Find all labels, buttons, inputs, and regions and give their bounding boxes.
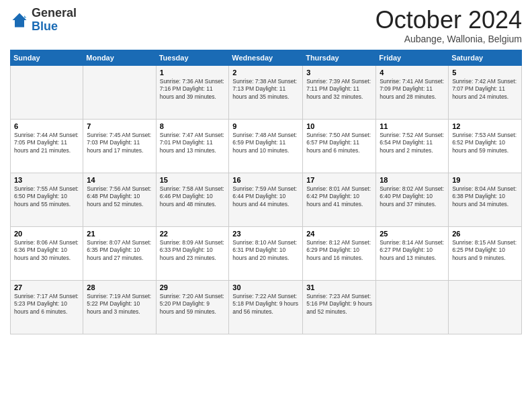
column-header-friday: Friday: [376, 50, 449, 65]
day-number: 1: [160, 68, 226, 77]
calendar-week-5: 27Sunrise: 7:17 AM Sunset: 5:23 PM Dayli…: [11, 280, 522, 334]
column-header-thursday: Thursday: [303, 50, 376, 65]
calendar-cell: [11, 65, 83, 119]
calendar-cell: 5Sunrise: 7:42 AM Sunset: 7:07 PM Daylig…: [449, 65, 522, 119]
day-number: 20: [14, 230, 79, 238]
calendar-table: SundayMondayTuesdayWednesdayThursdayFrid…: [10, 50, 522, 334]
day-info: Sunrise: 7:56 AM Sunset: 6:48 PM Dayligh…: [87, 185, 152, 208]
calendar-cell: 7Sunrise: 7:45 AM Sunset: 7:03 PM Daylig…: [83, 119, 156, 173]
day-info: Sunrise: 7:17 AM Sunset: 5:23 PM Dayligh…: [14, 293, 79, 316]
calendar-cell: 3Sunrise: 7:39 AM Sunset: 7:11 PM Daylig…: [303, 65, 376, 119]
calendar-cell: 31Sunrise: 7:23 AM Sunset: 5:16 PM Dayli…: [303, 280, 376, 334]
header: General Blue October 2024 Aubange, Wallo…: [10, 7, 522, 44]
calendar-cell: 18Sunrise: 8:02 AM Sunset: 6:40 PM Dayli…: [376, 173, 449, 226]
calendar-cell: 12Sunrise: 7:53 AM Sunset: 6:52 PM Dayli…: [449, 119, 522, 173]
calendar-cell: 23Sunrise: 8:10 AM Sunset: 6:31 PM Dayli…: [229, 226, 303, 280]
day-number: 22: [160, 230, 226, 238]
day-number: 21: [87, 230, 152, 238]
calendar-cell: 14Sunrise: 7:56 AM Sunset: 6:48 PM Dayli…: [83, 173, 156, 226]
day-info: Sunrise: 7:58 AM Sunset: 6:46 PM Dayligh…: [160, 185, 226, 208]
calendar-cell: 21Sunrise: 8:07 AM Sunset: 6:35 PM Dayli…: [83, 226, 156, 280]
calendar-cell: 20Sunrise: 8:06 AM Sunset: 6:36 PM Dayli…: [11, 226, 83, 280]
day-info: Sunrise: 7:20 AM Sunset: 5:20 PM Dayligh…: [160, 293, 226, 316]
day-number: 19: [452, 176, 518, 184]
day-info: Sunrise: 8:12 AM Sunset: 6:29 PM Dayligh…: [306, 239, 372, 262]
calendar-cell: 19Sunrise: 8:04 AM Sunset: 6:38 PM Dayli…: [449, 173, 522, 226]
calendar-cell: 1Sunrise: 7:36 AM Sunset: 7:16 PM Daylig…: [156, 65, 229, 119]
day-info: Sunrise: 7:52 AM Sunset: 6:54 PM Dayligh…: [380, 132, 445, 154]
day-number: 30: [232, 283, 299, 291]
day-number: 5: [452, 68, 518, 77]
calendar-cell: 11Sunrise: 7:52 AM Sunset: 6:54 PM Dayli…: [376, 119, 449, 173]
day-info: Sunrise: 7:44 AM Sunset: 7:05 PM Dayligh…: [14, 132, 79, 154]
day-info: Sunrise: 8:10 AM Sunset: 6:31 PM Dayligh…: [232, 239, 299, 262]
day-number: 23: [232, 230, 299, 238]
day-info: Sunrise: 8:04 AM Sunset: 6:38 PM Dayligh…: [452, 185, 518, 208]
day-number: 18: [380, 176, 445, 184]
calendar-week-3: 13Sunrise: 7:55 AM Sunset: 6:50 PM Dayli…: [11, 173, 522, 226]
day-info: Sunrise: 7:22 AM Sunset: 5:18 PM Dayligh…: [232, 293, 299, 316]
column-header-sunday: Sunday: [11, 50, 83, 65]
calendar-cell: 2Sunrise: 7:38 AM Sunset: 7:13 PM Daylig…: [229, 65, 303, 119]
day-number: 13: [14, 176, 79, 184]
calendar-cell: 6Sunrise: 7:44 AM Sunset: 7:05 PM Daylig…: [11, 119, 83, 173]
logo-blue: Blue: [32, 19, 58, 33]
day-number: 17: [306, 176, 372, 184]
calendar-week-1: 1Sunrise: 7:36 AM Sunset: 7:16 PM Daylig…: [11, 65, 522, 119]
calendar-cell: 17Sunrise: 8:01 AM Sunset: 6:42 PM Dayli…: [303, 173, 376, 226]
day-number: 6: [14, 122, 79, 130]
day-info: Sunrise: 8:06 AM Sunset: 6:36 PM Dayligh…: [14, 239, 79, 262]
day-info: Sunrise: 8:01 AM Sunset: 6:42 PM Dayligh…: [306, 185, 372, 208]
calendar-cell: [83, 65, 156, 119]
day-info: Sunrise: 7:45 AM Sunset: 7:03 PM Dayligh…: [87, 132, 152, 154]
day-info: Sunrise: 7:23 AM Sunset: 5:16 PM Dayligh…: [306, 293, 372, 316]
calendar-cell: 4Sunrise: 7:41 AM Sunset: 7:09 PM Daylig…: [376, 65, 449, 119]
day-number: 10: [306, 122, 372, 130]
calendar-header-row: SundayMondayTuesdayWednesdayThursdayFrid…: [11, 50, 522, 65]
calendar-cell: 24Sunrise: 8:12 AM Sunset: 6:29 PM Dayli…: [303, 226, 376, 280]
day-number: 2: [232, 68, 299, 77]
calendar-cell: 15Sunrise: 7:58 AM Sunset: 6:46 PM Dayli…: [156, 173, 229, 226]
calendar-week-2: 6Sunrise: 7:44 AM Sunset: 7:05 PM Daylig…: [11, 119, 522, 173]
day-number: 25: [380, 230, 445, 238]
day-info: Sunrise: 8:07 AM Sunset: 6:35 PM Dayligh…: [87, 239, 152, 262]
day-number: 31: [306, 283, 372, 291]
column-header-saturday: Saturday: [449, 50, 522, 65]
day-info: Sunrise: 8:14 AM Sunset: 6:27 PM Dayligh…: [380, 239, 445, 262]
day-number: 14: [87, 176, 152, 184]
calendar-cell: 29Sunrise: 7:20 AM Sunset: 5:20 PM Dayli…: [156, 280, 229, 334]
calendar-cell: 27Sunrise: 7:17 AM Sunset: 5:23 PM Dayli…: [11, 280, 83, 334]
calendar-cell: 8Sunrise: 7:47 AM Sunset: 7:01 PM Daylig…: [156, 119, 229, 173]
day-number: 15: [160, 176, 226, 184]
day-info: Sunrise: 7:47 AM Sunset: 7:01 PM Dayligh…: [160, 132, 226, 154]
calendar-cell: 9Sunrise: 7:48 AM Sunset: 6:59 PM Daylig…: [229, 119, 303, 173]
calendar-cell: 13Sunrise: 7:55 AM Sunset: 6:50 PM Dayli…: [11, 173, 83, 226]
day-number: 28: [87, 283, 152, 291]
day-info: Sunrise: 7:36 AM Sunset: 7:16 PM Dayligh…: [160, 78, 226, 101]
logo-text: General Blue: [32, 7, 77, 34]
day-info: Sunrise: 7:38 AM Sunset: 7:13 PM Dayligh…: [232, 78, 299, 101]
column-header-tuesday: Tuesday: [156, 50, 229, 65]
day-number: 7: [87, 122, 152, 130]
calendar-cell: 30Sunrise: 7:22 AM Sunset: 5:18 PM Dayli…: [229, 280, 303, 334]
title-block: October 2024 Aubange, Wallonia, Belgium: [375, 7, 522, 44]
day-number: 4: [380, 68, 445, 77]
day-info: Sunrise: 7:42 AM Sunset: 7:07 PM Dayligh…: [452, 78, 518, 101]
day-info: Sunrise: 7:53 AM Sunset: 6:52 PM Dayligh…: [452, 132, 518, 154]
day-number: 29: [160, 283, 226, 291]
month-title: October 2024: [375, 7, 522, 34]
svg-marker-0: [13, 13, 27, 27]
calendar-cell: 28Sunrise: 7:19 AM Sunset: 5:22 PM Dayli…: [83, 280, 156, 334]
day-info: Sunrise: 7:59 AM Sunset: 6:44 PM Dayligh…: [232, 185, 299, 208]
day-number: 24: [306, 230, 372, 238]
calendar-cell: 25Sunrise: 8:14 AM Sunset: 6:27 PM Dayli…: [376, 226, 449, 280]
day-info: Sunrise: 7:50 AM Sunset: 6:57 PM Dayligh…: [306, 132, 372, 154]
day-number: 16: [232, 176, 299, 184]
day-info: Sunrise: 8:09 AM Sunset: 6:33 PM Dayligh…: [160, 239, 226, 262]
day-info: Sunrise: 7:48 AM Sunset: 6:59 PM Dayligh…: [232, 132, 299, 154]
logo-general: General: [32, 6, 77, 19]
calendar-cell: 16Sunrise: 7:59 AM Sunset: 6:44 PM Dayli…: [229, 173, 303, 226]
calendar-cell: 26Sunrise: 8:15 AM Sunset: 6:25 PM Dayli…: [449, 226, 522, 280]
day-info: Sunrise: 7:41 AM Sunset: 7:09 PM Dayligh…: [380, 78, 445, 101]
calendar-cell: [449, 280, 522, 334]
